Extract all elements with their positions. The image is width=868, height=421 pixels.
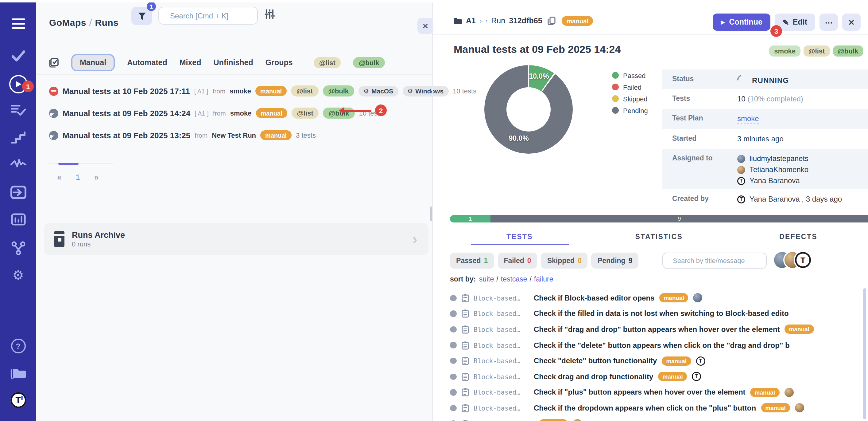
page-next-button[interactable]: »: [94, 173, 98, 182]
tag-bulk[interactable]: @bulk: [833, 46, 863, 57]
test-row-7[interactable]: Block-based… Check if "plus" button appe…: [450, 385, 867, 400]
sidebar-item-reports[interactable]: [0, 213, 36, 226]
close-run-button[interactable]: ✕: [842, 13, 861, 31]
env-badge-windows: ⚙Windows: [402, 86, 448, 96]
avatar: [737, 166, 745, 174]
tab-tests[interactable]: TESTS: [450, 229, 589, 245]
donut-label-pending: 90.0%: [503, 135, 535, 142]
test-title: Check if "drag and drop" button appears …: [534, 325, 780, 334]
run-from-label: from: [213, 109, 226, 117]
filter-failed[interactable]: Failed0: [498, 253, 537, 269]
project-name[interactable]: GoMaps: [49, 17, 86, 28]
assignee-avatar-filter[interactable]: T: [774, 252, 811, 268]
test-title: Check if Block-based editor opens: [534, 294, 654, 302]
tab-groups[interactable]: Groups: [266, 58, 293, 67]
sidebar-item-projects[interactable]: [0, 366, 36, 378]
menu-icon[interactable]: [0, 19, 36, 29]
filter-pending[interactable]: Pending9: [591, 253, 639, 269]
run-source: smoke: [229, 87, 251, 95]
pending-dot-icon: [450, 295, 456, 301]
sidebar-item-plans[interactable]: [0, 105, 36, 116]
test-plan-link[interactable]: smoke: [737, 114, 759, 123]
breadcrumb-project[interactable]: A1: [466, 17, 476, 25]
help-icon: ?: [11, 339, 26, 354]
list-tag-badge: @list: [291, 108, 319, 119]
ellipsis-icon: ⋯: [825, 18, 833, 27]
run-ref: [ A1 ]: [195, 110, 209, 116]
test-case-icon: [461, 404, 469, 412]
legend-dot: [612, 95, 619, 102]
run-from-label: from: [195, 132, 208, 139]
branch-icon: [11, 241, 26, 256]
sort-by-testcase[interactable]: testcase: [501, 275, 527, 283]
test-row-5[interactable]: Block-based… Check "delete" button funct…: [450, 353, 867, 369]
annotation-step-2: 2: [375, 105, 387, 116]
test-row-1[interactable]: Block-based… Check if Block-based editor…: [450, 290, 867, 306]
sort-by-suite[interactable]: suite: [479, 275, 494, 283]
test-row-8[interactable]: Block-based… Check if the dropdown appea…: [450, 400, 867, 416]
chevron-separator: ›: [479, 17, 482, 25]
sidebar-item-help[interactable]: ?: [0, 339, 36, 354]
left-panel-scrollbar[interactable]: [430, 206, 432, 221]
filter-skipped[interactable]: Skipped0: [541, 253, 588, 269]
env-badge-macos: ⚙MacOS: [359, 86, 398, 96]
tab-statistics[interactable]: STATISTICS: [589, 229, 728, 245]
search-input[interactable]: [169, 11, 267, 21]
sort-by-failure[interactable]: failure: [534, 275, 553, 283]
progress-passed-segment: 1: [450, 215, 491, 222]
manual-badge: manual: [658, 372, 687, 381]
test-row-2[interactable]: Block-based… Check if the filled in data…: [450, 306, 867, 321]
tag-filter-bulk[interactable]: @bulk: [353, 57, 385, 68]
tests-search-input[interactable]: [672, 256, 761, 265]
page-number[interactable]: 1: [75, 173, 80, 182]
select-all-icon[interactable]: [49, 58, 59, 67]
run-row-3[interactable]: Manual tests at 09 Feb 2025 13:25 from N…: [49, 124, 427, 146]
tab-automated[interactable]: Automated: [127, 58, 167, 67]
view-settings-icon[interactable]: [265, 9, 275, 19]
tab-manual[interactable]: Manual: [71, 54, 115, 71]
tab-mixed[interactable]: Mixed: [180, 58, 202, 67]
more-button[interactable]: ⋯: [819, 13, 838, 31]
run-row-2[interactable]: Manual tests at 09 Feb 2025 14:24 [ A1 ]…: [49, 102, 427, 124]
sidebar-profile-avatar[interactable]: T: [0, 392, 36, 408]
copy-icon[interactable]: [548, 17, 556, 25]
sidebar-item-milestones[interactable]: [0, 132, 36, 144]
run-row-1[interactable]: Manual tests at 10 Feb 2025 17:11 [ A1 ]…: [49, 80, 427, 102]
tests-scrollbar[interactable]: [863, 288, 866, 419]
tag-filter-list[interactable]: @list: [314, 57, 341, 68]
test-case-icon: [461, 341, 469, 349]
annotation-arrow: [344, 110, 371, 112]
run-source: smoke: [230, 109, 252, 117]
sign-in-icon: [10, 186, 26, 199]
test-row-6[interactable]: Block-based… Check drag and drop functio…: [450, 369, 867, 385]
tag-smoke[interactable]: smoke: [769, 46, 801, 57]
runs-search: [158, 7, 258, 25]
sort-bar: sort by: suite/testcase/failure: [450, 275, 554, 283]
tag-list[interactable]: @list: [804, 46, 830, 57]
test-row-4[interactable]: Block-based… Check if the "delete" butto…: [450, 337, 867, 353]
play-icon: ▶: [721, 19, 725, 25]
sidebar-item-branches[interactable]: [0, 241, 36, 256]
tests-count: 10: [737, 95, 746, 103]
sidebar-item-testcases[interactable]: [0, 50, 36, 62]
test-row-3[interactable]: Block-based… Check if "drag and drop" bu…: [450, 321, 867, 337]
tab-defects[interactable]: DEFECTS: [728, 229, 868, 245]
tab-unfinished[interactable]: Unfinished: [214, 58, 253, 67]
run-actions: ▶ Continue ✎ Edit ⋯ ✕: [713, 13, 861, 31]
runs-list-panel: GoMaps/Runs 1 Manual Automated Mixed Unf…: [36, 0, 432, 421]
page-prev-button[interactable]: «: [57, 173, 61, 182]
sidebar-item-import[interactable]: [0, 186, 36, 199]
filter-passed[interactable]: Passed1: [450, 253, 494, 269]
test-title: Check if "plus" button appears when hove…: [534, 388, 746, 397]
sidebar-item-activity[interactable]: [0, 159, 36, 168]
manual-badge: manual: [761, 403, 790, 413]
donut-label-passed: 10.0%: [523, 73, 555, 80]
runs-archive-card[interactable]: Runs Archive 0 runs ›: [44, 223, 429, 255]
close-left-panel-button[interactable]: ✕: [417, 18, 433, 34]
archive-count: 0 runs: [72, 240, 125, 248]
sidebar-item-settings[interactable]: ⚙: [0, 269, 36, 282]
continue-button[interactable]: ▶ Continue: [713, 13, 770, 31]
tlogo-avatar: T: [692, 372, 701, 381]
test-row-9-partial[interactable]: Block-based… manual: [450, 416, 867, 421]
run-title: Manual tests at 09 Feb 2025 14:24: [63, 109, 190, 118]
